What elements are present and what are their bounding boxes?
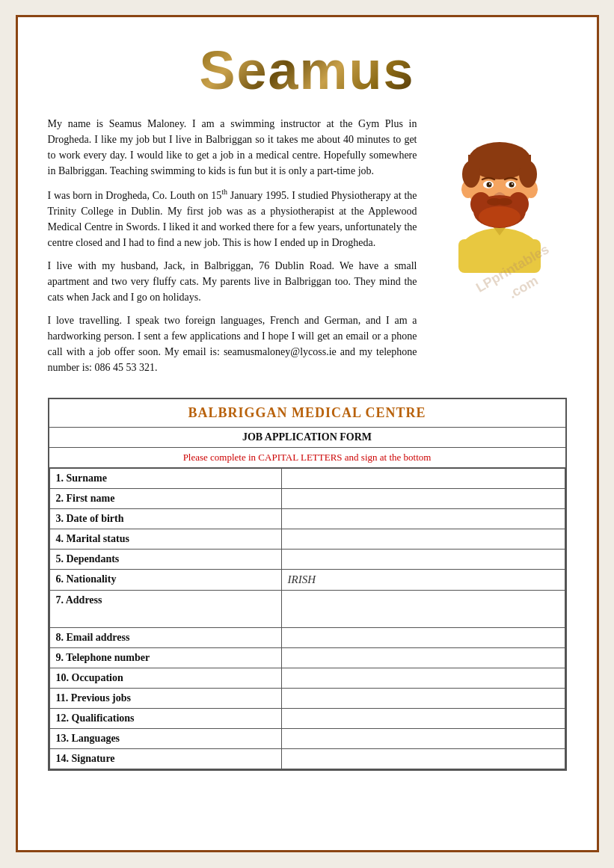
form-field-value — [281, 688, 565, 708]
form-row: 5. Dependants — [49, 549, 565, 569]
svg-rect-2 — [458, 239, 541, 273]
form-field-value — [281, 468, 565, 488]
form-row: 7. Address — [49, 590, 565, 627]
avatar-area — [432, 116, 567, 383]
bio-para-1: My name is Seamus Maloney. I am a swimmi… — [48, 116, 417, 179]
form-field-value — [281, 668, 565, 688]
form-field-value — [281, 590, 565, 627]
form-field-label: 6. Nationality — [49, 569, 281, 590]
form-field-value — [281, 647, 565, 668]
svg-point-15 — [489, 183, 491, 185]
form-field-label: 2. First name — [49, 488, 281, 508]
form-field-label: 10. Occupation — [49, 668, 281, 688]
form-field-value — [281, 748, 565, 769]
svg-point-25 — [497, 198, 512, 206]
svg-point-23 — [479, 206, 521, 227]
form-field-label: 5. Dependants — [49, 549, 281, 569]
page-title: Seamus — [199, 40, 414, 100]
form-field-value — [281, 488, 565, 508]
bio-text: My name is Seamus Maloney. I am a swimmi… — [48, 116, 417, 383]
form-title: BALBRIGGAN MEDICAL CENTRE — [49, 399, 565, 428]
svg-point-14 — [509, 182, 514, 188]
form-field-label: 13. Languages — [49, 728, 281, 748]
form-row: 1. Surname — [49, 468, 565, 488]
form-field-label: 12. Qualifications — [49, 708, 281, 728]
form-field-label: 4. Marital status — [49, 529, 281, 549]
form-field-label: 7. Address — [49, 590, 281, 627]
svg-point-13 — [486, 182, 491, 188]
bio-para-2: I was born in Drogheda, Co. Louth on 15t… — [48, 186, 417, 250]
form-subtitle: JOB APPLICATION FORM — [49, 428, 565, 448]
form-field-value: IRISH — [281, 569, 565, 590]
form-row: 12. Qualifications — [49, 708, 565, 728]
form-field-value — [281, 529, 565, 549]
form-field-label: 9. Telephone number — [49, 647, 281, 668]
form-field-value — [281, 728, 565, 748]
form-row: 13. Languages — [49, 728, 565, 748]
form-field-value — [281, 708, 565, 728]
form-field-value — [281, 627, 565, 647]
form-field-label: 3. Date of birth — [49, 508, 281, 529]
form-row: 8. Email address — [49, 627, 565, 647]
avatar — [440, 123, 559, 273]
form-row: 3. Date of birth — [49, 508, 565, 529]
form-field-value — [281, 549, 565, 569]
form-row: 4. Marital status — [49, 529, 565, 549]
content-area: My name is Seamus Maloney. I am a swimmi… — [48, 116, 567, 383]
form-row: 6. NationalityIRISH — [49, 569, 565, 590]
form-row: 11. Previous jobs — [49, 688, 565, 708]
form-field-label: 1. Surname — [49, 468, 281, 488]
bio-para-4: I love travelling. I speak two foreign l… — [48, 313, 417, 375]
page: Seamus My name is Seamus Maloney. I am a… — [16, 15, 599, 852]
form-row: 14. Signature — [49, 748, 565, 769]
svg-point-16 — [512, 183, 513, 185]
form-table: 1. Surname2. First name3. Date of birth4… — [49, 468, 565, 769]
svg-rect-10 — [468, 155, 531, 168]
title-section: Seamus — [48, 40, 567, 101]
form-instruction: Please complete in CAPITAL LETTERS and s… — [49, 448, 565, 468]
form-row: 9. Telephone number — [49, 647, 565, 668]
form-field-label: 8. Email address — [49, 627, 281, 647]
form-field-label: 11. Previous jobs — [49, 688, 281, 708]
form-row: 2. First name — [49, 488, 565, 508]
form-field-value — [281, 508, 565, 529]
form-row: 10. Occupation — [49, 668, 565, 688]
form-section: BALBRIGGAN MEDICAL CENTRE JOB APPLICATIO… — [48, 398, 567, 771]
form-field-label: 14. Signature — [49, 748, 281, 769]
bio-para-3: I live with my husband, Jack, in Balbrig… — [48, 258, 417, 305]
